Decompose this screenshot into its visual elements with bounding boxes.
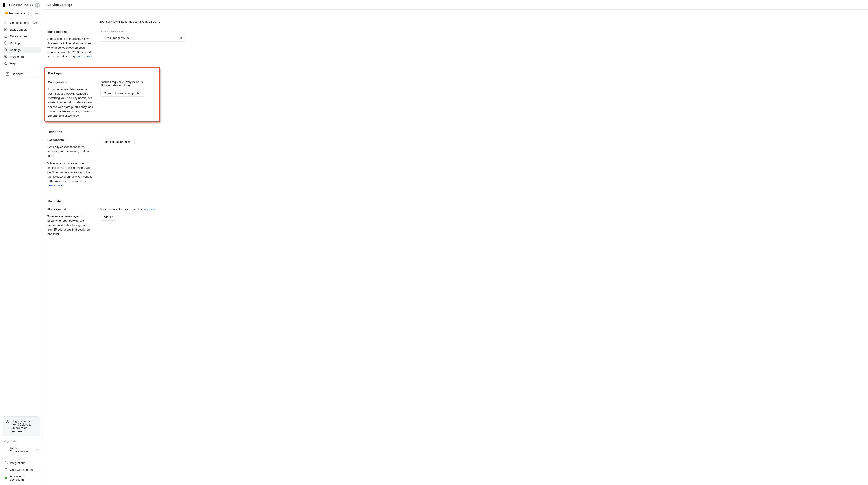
backups-title: Backups (48, 71, 156, 75)
main: Service Settings Your service will be pi… (43, 0, 868, 485)
chat-icon (4, 468, 8, 472)
security-row: IP access list To ensure an extra layer … (48, 208, 864, 236)
sidebar-nav: Getting started 1/5 SQL Console Data sou… (0, 19, 43, 67)
building-icon (4, 448, 8, 451)
sidebar-item-chat[interactable]: Chat with support (2, 466, 41, 473)
bell-icon (30, 3, 33, 7)
security-connect-line: You can connect to this service from any… (100, 208, 185, 211)
svg-rect-1 (4, 3, 4, 7)
updown-icon (28, 12, 30, 15)
sliders-icon (4, 48, 8, 52)
page-title: Service Settings (48, 3, 72, 6)
avatar[interactable]: DA (35, 3, 40, 8)
terminal-icon (4, 28, 8, 31)
brand-name: ClickHouse (9, 3, 29, 7)
sidebar-item-data-sources[interactable]: Data sources (2, 33, 41, 39)
history-icon (4, 41, 8, 45)
puzzle-icon (4, 461, 8, 465)
truncated-input-stub (99, 9, 184, 11)
backups-highlight-box: Backups Configuration For an effective d… (44, 67, 160, 123)
chart-icon (4, 55, 8, 58)
upgrade-text: Upgrade in the next 30 days to unlock mo… (11, 419, 37, 433)
sidebar-item-label: Settings (10, 48, 21, 52)
getting-started-badge: 1/5 (32, 21, 39, 24)
sidebar-item-status[interactable]: All systems operational (2, 473, 41, 483)
plus-icon (35, 12, 38, 15)
backups-row: Configuration For an effective data prot… (46, 80, 156, 118)
help-icon (4, 61, 8, 65)
sidebar-item-label: Data sources (10, 35, 27, 38)
section-divider (48, 65, 184, 65)
idling-heading: Idling options (48, 30, 93, 33)
sidebar-item-getting-started[interactable]: Getting started 1/5 (2, 20, 41, 26)
sidebar-item-label: Help (10, 62, 16, 65)
connect-label: Connect (11, 72, 23, 76)
backup-retention: Storage Retention: 1 day (100, 84, 159, 87)
releases-p2: While we conduct extensive testing on al… (48, 161, 93, 188)
org-section-label: Organization (0, 439, 43, 445)
backups-subheading: Configuration (48, 81, 93, 84)
releases-subheading: Fast channel (48, 138, 93, 142)
sidebar-item-sql-console[interactable]: SQL Console (2, 26, 41, 33)
service-selector[interactable]: test service (3, 10, 32, 17)
chevron-right-icon (36, 448, 39, 451)
add-ips-button[interactable]: Add IPs (100, 213, 117, 221)
svg-rect-0 (3, 3, 4, 7)
svg-rect-3 (6, 3, 6, 7)
status-dot-icon (5, 477, 7, 479)
security-title: Security (48, 199, 864, 203)
content: Your service will be pinned at 48 GiB, 1… (43, 9, 868, 485)
org-name: DA's Organization (10, 446, 34, 453)
rocket-icon (4, 21, 8, 24)
svg-rect-5 (4, 28, 7, 31)
sidebar-item-settings[interactable]: Settings (2, 47, 41, 53)
min-idle-label: Minimum idle timeout (100, 30, 185, 33)
notifications-button[interactable] (30, 3, 33, 7)
idling-row: Idling options After a period of inactiv… (48, 23, 864, 59)
clickhouse-logo-icon (3, 3, 7, 7)
idling-learn-more-link[interactable]: Learn more (76, 55, 92, 58)
anywhere-link[interactable]: anywhere (144, 208, 156, 211)
arrow-out-icon (6, 72, 9, 76)
sidebar-item-label: Backups (10, 41, 21, 45)
min-idle-select[interactable]: 15 minutes (default) (100, 34, 185, 41)
service-name: test service (9, 11, 26, 15)
security-description: To ensure an extra layer of security for… (48, 214, 93, 236)
svg-point-9 (5, 51, 6, 51)
svg-rect-2 (5, 3, 5, 7)
svg-rect-4 (7, 5, 7, 6)
upgrade-callout[interactable]: Upgrade in the next 30 days to unlock mo… (3, 417, 40, 436)
sidebar-item-integrations[interactable]: Integrations (2, 460, 41, 466)
service-icon (5, 12, 8, 15)
org-switcher[interactable]: DA's Organization (2, 445, 41, 454)
sidebar-item-backups[interactable]: Backups (2, 40, 41, 46)
backups-description: For an effective data protection plan, s… (48, 87, 93, 118)
sidebar-item-label: SQL Console (10, 28, 27, 31)
brand-row: ClickHouse DA (0, 0, 43, 10)
data-icon (4, 34, 8, 38)
enroll-fast-releases-button[interactable]: Enroll in fast releases (100, 138, 135, 145)
min-idle-value: 15 minutes (default) (103, 36, 129, 39)
sidebar-item-label: Integrations (10, 461, 25, 465)
change-backup-config-button[interactable]: Change backup configuration (100, 90, 145, 96)
service-selector-row: test service (0, 10, 43, 19)
security-section: Security IP access list To ensure an ext… (48, 194, 864, 236)
security-subheading: IP access list (48, 208, 93, 211)
topbar: Service Settings (43, 0, 868, 9)
releases-p1: Get early access to the latest features,… (48, 145, 93, 158)
updown-icon (180, 36, 182, 39)
releases-learn-more-link[interactable]: Learn more (48, 184, 62, 187)
sidebar-item-label: Chat with support (10, 468, 33, 472)
sidebar-item-help[interactable]: Help (2, 60, 41, 66)
section-divider (48, 14, 184, 15)
add-service-button[interactable] (34, 10, 40, 17)
sidebar-item-monitoring[interactable]: Monitoring (2, 53, 41, 60)
connect-button[interactable]: Connect (3, 70, 40, 78)
svg-point-7 (5, 49, 6, 49)
svg-point-8 (6, 50, 7, 50)
svg-rect-14 (5, 448, 7, 451)
sidebar: ClickHouse DA test service (0, 0, 43, 485)
brand-actions: DA (30, 3, 40, 8)
sidebar-footer: Integrations Chat with support All syste… (0, 457, 43, 485)
brand-logo[interactable]: ClickHouse (3, 3, 29, 7)
